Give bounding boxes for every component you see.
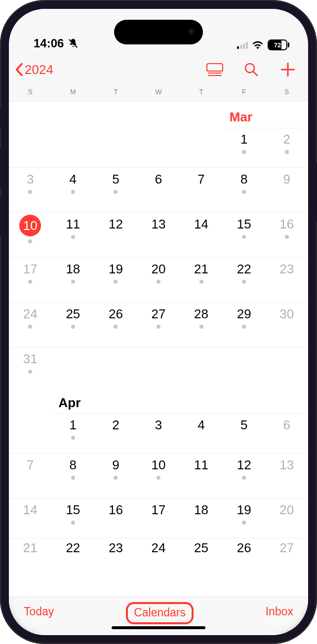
calendar-scroll[interactable]: Mar 1 2 3 4 5 6 7 8 9 10 11 1	[9, 101, 308, 597]
day-cell[interactable]: 4	[180, 414, 223, 453]
day-cell[interactable]: 16	[94, 498, 137, 538]
day-cell[interactable]: 20	[137, 258, 180, 302]
nav-year: 2024	[25, 62, 53, 77]
day-cell[interactable]: 6	[137, 168, 180, 212]
day-cell[interactable]: 7	[9, 454, 52, 498]
silent-icon	[68, 38, 79, 49]
day-cell[interactable]: 27	[265, 538, 308, 566]
status-time: 14:06	[34, 37, 64, 50]
day-cell[interactable]: 21	[9, 538, 52, 566]
cellular-signal-icon	[237, 41, 248, 49]
calendar-week: 3 4 5 6 7 8 9	[9, 167, 308, 212]
day-cell[interactable]: 20	[265, 498, 308, 538]
battery-icon: 72	[268, 39, 289, 50]
phone-frame: 14:06 72	[0, 0, 317, 644]
day-cell[interactable]: 25	[52, 303, 95, 347]
day-cell[interactable]: 9	[94, 454, 137, 498]
home-indicator[interactable]	[112, 626, 205, 629]
day-cell[interactable]: 19	[223, 498, 266, 538]
day-cell[interactable]: 4	[52, 168, 95, 212]
day-cell[interactable]: 14	[9, 498, 52, 538]
day-cell[interactable]: 30	[265, 303, 308, 347]
calendar-week: 24 25 26 27 28 29 30	[9, 302, 308, 347]
day-cell[interactable]: 22	[52, 538, 95, 566]
add-icon[interactable]	[279, 62, 296, 77]
month-label-mar: Mar	[9, 101, 308, 128]
today-button[interactable]: Today	[24, 605, 54, 618]
day-cell[interactable]: 18	[180, 498, 223, 538]
day-cell[interactable]: 24	[9, 303, 52, 347]
weekday-header: SMTWTFS	[9, 86, 308, 101]
day-cell[interactable]: 10	[137, 454, 180, 498]
day-cell[interactable]: 14	[180, 213, 223, 257]
calendar-week: 17 18 19 20 21 22 23	[9, 257, 308, 302]
day-cell[interactable]: 12	[94, 213, 137, 257]
day-cell[interactable]: 16	[265, 213, 308, 257]
day-cell[interactable]: 15	[223, 213, 266, 257]
day-cell[interactable]: 17	[137, 498, 180, 538]
day-cell[interactable]: 23	[265, 258, 308, 302]
day-cell[interactable]: 2	[265, 128, 308, 167]
calendar-week: 10 11 12 13 14 15 16	[9, 212, 308, 257]
day-cell[interactable]: 11	[52, 213, 95, 257]
chevron-left-icon	[15, 63, 24, 76]
day-cell[interactable]: 2	[94, 414, 137, 453]
day-cell[interactable]: 27	[137, 303, 180, 347]
calendar-week: 31	[9, 347, 308, 387]
day-cell[interactable]: 3	[9, 168, 52, 212]
bottom-toolbar: Today Calendars Inbox	[9, 597, 308, 635]
inbox-button[interactable]: Inbox	[266, 605, 293, 618]
wifi-icon	[252, 40, 264, 49]
day-cell[interactable]: 5	[94, 168, 137, 212]
day-cell[interactable]: 31	[9, 347, 52, 387]
calendar-week: 14 15 16 17 18 19 20	[9, 498, 308, 538]
day-cell[interactable]: 26	[94, 303, 137, 347]
day-cell[interactable]: 22	[223, 258, 266, 302]
calendar-week: 7 8 9 10 11 12 13	[9, 453, 308, 498]
day-cell-today[interactable]: 10	[9, 213, 52, 257]
day-cell[interactable]: 8	[52, 454, 95, 498]
day-cell[interactable]: 9	[265, 168, 308, 212]
day-cell[interactable]: 13	[265, 454, 308, 498]
nav-bar: 2024	[9, 53, 308, 86]
svg-rect-2	[207, 64, 223, 71]
day-cell[interactable]: 21	[180, 258, 223, 302]
day-cell[interactable]: 25	[180, 538, 223, 566]
day-cell[interactable]: 19	[94, 258, 137, 302]
day-cell[interactable]: 3	[137, 414, 180, 453]
day-cell[interactable]: 1	[223, 128, 266, 167]
day-cell[interactable]: 1	[52, 414, 95, 453]
day-cell[interactable]: 13	[137, 213, 180, 257]
screen: 14:06 72	[9, 9, 308, 635]
back-year-button[interactable]: 2024	[15, 62, 53, 77]
svg-line-6	[253, 72, 257, 76]
day-cell[interactable]: 17	[9, 258, 52, 302]
day-cell[interactable]: 29	[223, 303, 266, 347]
dynamic-island	[114, 20, 203, 44]
calendar-week: 21 22 23 24 25 26 27	[9, 538, 308, 566]
day-cell[interactable]: 11	[180, 454, 223, 498]
calendar-week: 1 2	[9, 128, 308, 167]
day-cell[interactable]: 12	[223, 454, 266, 498]
day-cell[interactable]: 26	[223, 538, 266, 566]
day-cell[interactable]: 23	[94, 538, 137, 566]
day-cell[interactable]: 8	[223, 168, 266, 212]
search-icon[interactable]	[243, 62, 260, 77]
calendar-week: 1 2 3 4 5 6	[9, 414, 308, 453]
calendars-button[interactable]: Calendars	[126, 602, 194, 624]
day-cell[interactable]: 28	[180, 303, 223, 347]
month-label-apr: Apr	[9, 387, 308, 414]
day-cell[interactable]: 7	[180, 168, 223, 212]
day-cell[interactable]: 15	[52, 498, 95, 538]
day-cell[interactable]: 5	[223, 414, 266, 453]
day-cell[interactable]: 18	[52, 258, 95, 302]
day-cell[interactable]: 6	[265, 414, 308, 453]
day-cell[interactable]: 24	[137, 538, 180, 566]
list-view-icon[interactable]	[206, 62, 223, 77]
